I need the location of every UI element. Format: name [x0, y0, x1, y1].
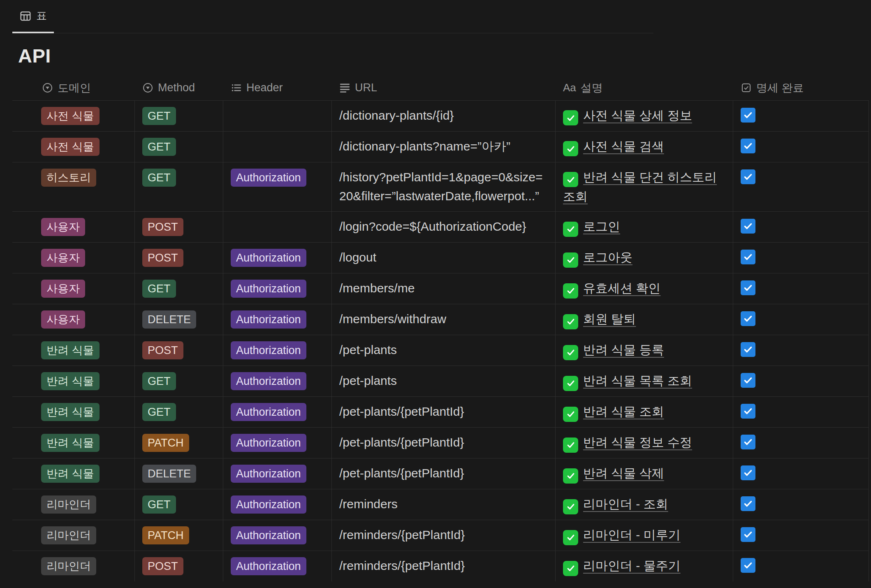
done-cell[interactable]	[733, 304, 869, 335]
done-cell[interactable]	[733, 273, 869, 304]
description-link[interactable]: 리마인더 - 조회	[583, 497, 668, 511]
method-cell[interactable]: GET	[135, 397, 223, 427]
description-link[interactable]: 리마인더 - 미루기	[583, 528, 681, 542]
header-cell[interactable]	[223, 212, 332, 242]
header-cell[interactable]: Authorization	[223, 162, 332, 212]
header-cell[interactable]	[223, 101, 332, 131]
done-cell[interactable]	[733, 366, 869, 396]
description-cell[interactable]: 리마인더 - 조회	[556, 489, 733, 520]
description-link[interactable]: 반려 식물 정보 수정	[583, 435, 692, 449]
method-cell[interactable]: PATCH	[135, 428, 223, 458]
description-cell[interactable]: 반려 식물 삭제	[556, 458, 733, 489]
domain-cell[interactable]: 반려 식물	[12, 397, 135, 427]
done-cell[interactable]	[733, 243, 869, 273]
done-cell[interactable]	[733, 520, 869, 551]
description-link[interactable]: 반려 식물 목록 조회	[583, 374, 692, 387]
description-cell[interactable]: 사전 식물 검색	[556, 132, 733, 162]
done-checkbox[interactable]	[741, 373, 755, 388]
domain-cell[interactable]: 사용자	[12, 212, 135, 242]
url-cell[interactable]: /pet-plants/{petPlantId}	[332, 397, 556, 427]
done-cell[interactable]	[733, 458, 869, 489]
description-cell[interactable]: 로그아웃	[556, 243, 733, 273]
done-cell[interactable]	[733, 428, 869, 458]
description-link[interactable]: 사전 식물 검색	[583, 139, 664, 153]
method-cell[interactable]: GET	[135, 366, 223, 396]
tab-table-view[interactable]: 표	[12, 0, 54, 33]
method-cell[interactable]: GET	[135, 489, 223, 520]
description-link[interactable]: 유효세션 확인	[583, 281, 660, 295]
page-title[interactable]: API	[18, 44, 871, 68]
method-cell[interactable]: POST	[135, 551, 223, 581]
url-cell[interactable]: /members/withdraw	[332, 304, 556, 335]
url-cell[interactable]: /logout	[332, 243, 556, 273]
method-cell[interactable]: GET	[135, 132, 223, 162]
header-cell[interactable]: Authorization	[223, 273, 332, 304]
description-link[interactable]: 로그아웃	[583, 250, 632, 264]
description-cell[interactable]: 사전 식물 상세 정보	[556, 101, 733, 131]
description-link[interactable]: 로그인	[583, 220, 620, 233]
domain-cell[interactable]: 사전 식물	[12, 101, 135, 131]
header-cell[interactable]: Authorization	[223, 489, 332, 520]
description-cell[interactable]: 반려 식물 단건 히스토리 조회	[556, 162, 733, 212]
done-checkbox[interactable]	[741, 280, 755, 295]
domain-cell[interactable]: 사전 식물	[12, 132, 135, 162]
description-cell[interactable]: 리마인더 - 미루기	[556, 520, 733, 551]
description-link[interactable]: 반려 식물 삭제	[583, 466, 664, 480]
domain-cell[interactable]: 반려 식물	[12, 458, 135, 489]
description-cell[interactable]: 유효세션 확인	[556, 273, 733, 304]
done-checkbox[interactable]	[741, 558, 755, 573]
method-cell[interactable]: PATCH	[135, 520, 223, 551]
header-cell[interactable]: Authorization	[223, 243, 332, 273]
method-cell[interactable]: GET	[135, 101, 223, 131]
column-header-method[interactable]: Method	[135, 76, 223, 100]
url-cell[interactable]: /reminders/{petPlantId}	[332, 551, 556, 581]
domain-cell[interactable]: 반려 식물	[12, 428, 135, 458]
method-cell[interactable]: POST	[135, 212, 223, 242]
done-cell[interactable]	[733, 551, 869, 581]
done-checkbox[interactable]	[741, 404, 755, 419]
done-checkbox[interactable]	[741, 311, 755, 326]
done-checkbox[interactable]	[741, 342, 755, 357]
done-cell[interactable]	[733, 162, 869, 212]
description-link[interactable]: 리마인더 - 물주기	[583, 559, 681, 572]
header-cell[interactable]	[223, 132, 332, 162]
method-cell[interactable]: DELETE	[135, 304, 223, 335]
description-cell[interactable]: 반려 식물 등록	[556, 335, 733, 366]
description-link[interactable]: 사전 식물 상세 정보	[583, 109, 692, 122]
column-header-domain[interactable]: 도메인	[12, 76, 135, 100]
header-cell[interactable]: Authorization	[223, 551, 332, 581]
description-link[interactable]: 회원 탈퇴	[583, 312, 636, 326]
description-cell[interactable]: 회원 탈퇴	[556, 304, 733, 335]
url-cell[interactable]: /members/me	[332, 273, 556, 304]
domain-cell[interactable]: 반려 식물	[12, 366, 135, 396]
description-cell[interactable]: 리마인더 - 물주기	[556, 551, 733, 581]
method-cell[interactable]: GET	[135, 273, 223, 304]
method-cell[interactable]: POST	[135, 243, 223, 273]
domain-cell[interactable]: 사용자	[12, 304, 135, 335]
done-cell[interactable]	[733, 489, 869, 520]
url-cell[interactable]: /reminders/{petPlantId}	[332, 520, 556, 551]
description-link[interactable]: 반려 식물 조회	[583, 405, 664, 418]
header-cell[interactable]: Authorization	[223, 520, 332, 551]
done-cell[interactable]	[733, 101, 869, 131]
done-checkbox[interactable]	[741, 465, 755, 480]
done-checkbox[interactable]	[741, 527, 755, 542]
header-cell[interactable]: Authorization	[223, 335, 332, 366]
url-cell[interactable]: /dictionary-plants/{id}	[332, 101, 556, 131]
url-cell[interactable]: /pet-plants/{petPlantId}	[332, 458, 556, 489]
domain-cell[interactable]: 사용자	[12, 273, 135, 304]
url-cell[interactable]: /history?petPlantId=1&page=0&size=20&fil…	[332, 162, 556, 212]
column-header-spec-done[interactable]: 명세 완료	[733, 76, 869, 100]
done-checkbox[interactable]	[741, 108, 755, 123]
description-cell[interactable]: 반려 식물 정보 수정	[556, 428, 733, 458]
done-checkbox[interactable]	[741, 250, 755, 264]
done-cell[interactable]	[733, 212, 869, 242]
done-checkbox[interactable]	[741, 219, 755, 234]
header-cell[interactable]: Authorization	[223, 428, 332, 458]
domain-cell[interactable]: 히스토리	[12, 162, 135, 212]
column-header-header[interactable]: Header	[223, 76, 332, 100]
domain-cell[interactable]: 리마인더	[12, 520, 135, 551]
domain-cell[interactable]: 사용자	[12, 243, 135, 273]
done-checkbox[interactable]	[741, 139, 755, 153]
description-link[interactable]: 반려 식물 단건 히스토리 조회	[563, 170, 717, 204]
